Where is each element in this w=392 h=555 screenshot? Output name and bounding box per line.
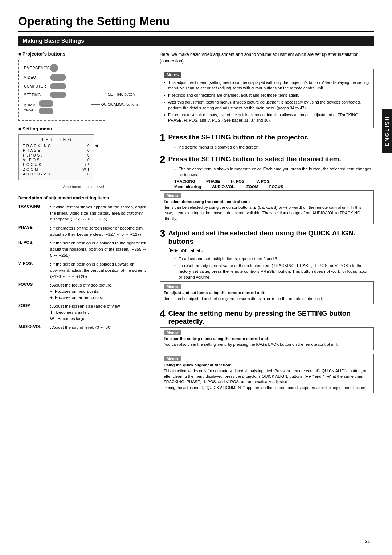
flow-menuclear: Menu clearing [174,185,201,189]
quick-btn-back [39,108,53,114]
step-1-number: 1 [160,133,166,143]
video-btn [50,74,66,81]
note-item-1: This adjustment menu (setting menu) can … [164,80,370,91]
flow-tracking: TRACKING [174,179,195,183]
step-1: 1 Press the SETTING button of the projec… [160,133,374,150]
audiovol-desc: AUDIO-VOL. : Adjust the sound level. (0 … [18,324,149,331]
setting-menu-diagram: S E T T I N G T R A C K I N G0 P H A S E… [18,134,94,180]
step-3-number: 3 [160,228,166,239]
focus-desc: FOCUS : Adjust the focus of video pictur… [18,282,149,300]
step-4-memo2-text: This function works only for computer-re… [164,368,370,391]
step-3-memo-text: Items can be adjusted and set using the … [164,296,370,301]
step-4-memo1-subtitle: To clear the setting menu using the remo… [164,336,370,341]
flow-audiovol: AUDIO-VOL. [212,185,236,189]
flow-vpos: V. POS. [256,179,270,183]
phase-row: P H A S E0 [23,149,90,153]
step-3-memo-title: Memo [164,284,181,289]
video-label: VIDEO [24,76,50,80]
note-item-2: If settings and connections are changed,… [164,93,370,98]
step-4-memo1-text: You can also clear the setting menu by p… [164,342,370,347]
flow-arr3: —— [247,179,255,183]
projector-buttons-title: Projector's buttons [18,51,149,57]
setting-btn [50,92,66,98]
step-4-title: Clear the setting menu by pressing the S… [168,309,374,326]
step-4-number: 4 [160,309,166,319]
quick-btn-bck [39,108,53,114]
vpos-desc: V. POS. : If the screen position is disp… [18,261,149,279]
flow-arr1: —— [197,179,205,183]
vpos-row: V . P O S .0 [23,158,90,162]
projector-diagram: EMERGENCY VIDEO COMPUTER SETTING [18,60,105,121]
desc-table-title: Description of adjustment and setting it… [18,195,149,202]
tracking-row: T R A C K I N G0 [23,144,90,148]
step-2-number: 2 [160,154,166,165]
quick-btn-forward [39,100,53,107]
step-4-memo2-title: Memo [164,356,181,361]
notes-list: This adjustment menu (setting menu) can … [164,80,370,123]
flow-arr2: —— [221,179,229,183]
step-1-sub: • The setting menu is displayed on the s… [174,144,374,150]
flow-zoom: ZOOM [246,185,258,189]
flow-diagram-2: Menu clearing —— AUDIO-VOL. —— ZOOM —— F… [174,185,374,189]
note-item-4: For computer-related inputs, use of the … [164,112,370,123]
setting-btn-label: SETTING button [108,92,135,96]
step-2-memo-title: Memo [164,193,181,198]
setting-btn-connector: SETTING button [91,92,135,96]
step-4-memo2: Memo Using the quick alignment function:… [160,354,374,393]
english-tab: ENGLISH [382,109,392,153]
flow-arr5: —— [237,185,245,189]
step-4: 4 Clear the setting menu by pressing the… [160,309,374,393]
quick-btn-fwd [39,100,53,107]
flow-diagram-1: TRACKING —— PHASE —— H. POS. —— V. POS. [174,179,374,183]
flow-phase: PHASE [206,179,220,183]
flow-arr4: —— [203,185,211,189]
step-4-memo2-subtitle: Using the quick alignment function: [164,363,370,367]
quick-btn-label: QUICK ALIGN. buttons [101,102,138,106]
hpos-desc: H. POS. : If the screen position is disp… [18,240,149,258]
emergency-label: EMERGENCY [24,66,50,70]
menu-arrow: ◄ [94,142,99,149]
setting-menu-header: S E T T I N G [23,138,90,142]
page-title: Operating the Setting Menu [18,15,374,32]
quick-label-top: QUICK [24,104,36,107]
step-2-memo-subtitle: To select items using the remote control… [164,199,370,204]
step-2-memo: Memo To select items using the remote co… [160,190,374,224]
step-4-memo1-title: Memo [164,330,181,335]
step-3-or: ➤► or ◄◄. [168,247,374,254]
setting-label: SETTING [24,93,50,97]
computer-label: COMPUTER [24,84,50,88]
notes-title: Notes [164,72,181,78]
section-header: Making Basic Settings [18,36,374,46]
step-3-memo: Memo To adjust and set items using the r… [160,281,374,304]
step-2-memo-text: Items can be selected by using the curso… [164,205,370,222]
hpos-row: H . P O S .0 [23,153,90,157]
quick-label-bot: ALIGN. [24,108,36,112]
page-number: 31 [365,539,370,544]
audiovol-row: A U D I O - V O L .0 [23,172,90,176]
step-2-title: Press the SETTING button to select the d… [168,155,341,163]
zoom-desc: ZOOM : Adjust the screen size (angle of … [18,303,149,321]
step-3-memo-subtitle: To adjust and set items using the remote… [164,291,370,295]
step-3-title: Adjust and set the selected item using t… [168,229,374,246]
step-1-title: Press the SETTING button of the projecto… [168,133,309,142]
flow-focus: FOCUS [269,185,283,189]
setting-menu-title: Setting menu [18,126,149,131]
step-4-memo1: Memo To clear the setting menu using the… [160,327,374,350]
step-3: 3 Adjust and set the selected item using… [160,229,374,304]
step-2: 2 Press the SETTING button to select the… [160,155,374,224]
focus-row: F O C U S+ * [23,163,90,167]
notes-box: Notes This adjustment menu (setting menu… [160,69,374,128]
quick-btn-connector: QUICK ALIGN. buttons [91,102,138,106]
phase-desc: PHASE : If characters on the screen flic… [18,225,149,237]
emergency-btn [50,64,58,72]
flow-hpos: H. POS. [231,179,245,183]
adj-level-label: Adjustment・setting level [18,185,149,190]
zoom-row: Z O O MW T [23,167,90,171]
intro-text: Here, we make basic video adjustment and… [160,51,374,64]
step-3-sub: To adjust and set multiple items, repeat… [174,256,374,280]
note-item-3: After this adjustment (setting menu), if… [164,100,370,111]
tracking-desc: TRACKING : If wide vertical stripes appe… [18,204,149,222]
flow-arr6: —— [260,185,268,189]
step-2-sub: The selected item is shown in magenta co… [174,166,374,178]
computer-btn [50,83,66,89]
